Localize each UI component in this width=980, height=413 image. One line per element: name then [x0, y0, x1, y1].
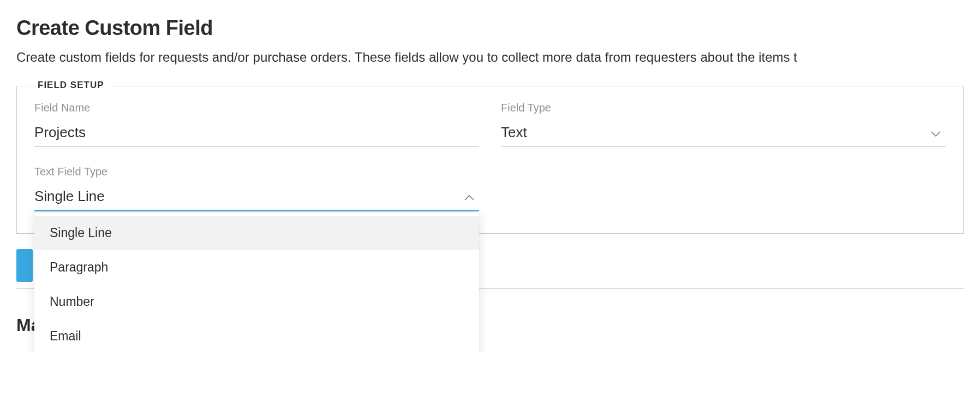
page-title: Create Custom Field	[16, 16, 964, 40]
field-name-group: Field Name	[34, 102, 479, 147]
field-setup-fieldset: FIELD SETUP Field Name Field Type Text T…	[16, 86, 964, 234]
field-name-input[interactable]	[34, 122, 479, 147]
submit-button[interactable]	[16, 249, 33, 282]
field-type-group: Field Type Text	[501, 102, 946, 147]
field-type-select[interactable]: Text	[501, 122, 946, 147]
text-field-type-group: Text Field Type Single Line Single Line …	[34, 166, 479, 211]
form-row-1: Field Name Field Type Text	[34, 102, 946, 147]
field-type-label: Field Type	[501, 102, 946, 114]
text-field-type-value: Single Line	[34, 188, 105, 205]
chevron-down-icon	[930, 129, 941, 136]
fieldset-legend: FIELD SETUP	[31, 80, 111, 91]
field-name-label: Field Name	[34, 102, 479, 114]
text-field-type-dropdown: Single Line Paragraph Number Email	[34, 213, 479, 352]
form-row-2: Text Field Type Single Line Single Line …	[34, 166, 946, 211]
dropdown-option-paragraph[interactable]: Paragraph	[34, 250, 479, 285]
page-description: Create custom fields for requests and/or…	[16, 50, 964, 65]
text-field-type-label: Text Field Type	[34, 166, 479, 178]
dropdown-option-number[interactable]: Number	[34, 285, 479, 319]
chevron-up-icon	[464, 193, 475, 200]
dropdown-option-email[interactable]: Email	[34, 319, 479, 352]
text-field-type-select[interactable]: Single Line	[34, 186, 479, 211]
dropdown-option-single-line[interactable]: Single Line	[34, 216, 479, 250]
field-type-value: Text	[501, 124, 527, 141]
